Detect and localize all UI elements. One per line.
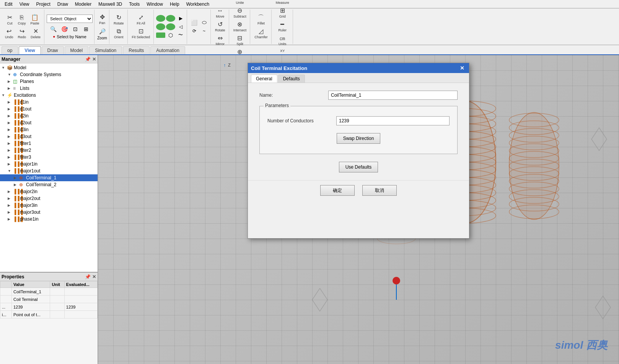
viewport[interactable]: Z ↑ bbox=[98, 55, 619, 364]
select-mode-dropdown[interactable]: Select: Object Select: Face Select: Edge bbox=[47, 15, 93, 23]
tree-item[interactable]: ▼⊕Coordinate Systems bbox=[0, 71, 98, 78]
tree-item[interactable]: ▶▐▐▐major2in bbox=[0, 188, 98, 195]
fit-all-button[interactable]: ⤢ Fit All bbox=[135, 13, 147, 26]
tree-item[interactable]: ▼⚡Excitations bbox=[0, 92, 98, 99]
tab-simulation[interactable]: Simulation bbox=[89, 46, 122, 54]
ruler-button[interactable]: ━ Ruler bbox=[276, 20, 288, 33]
menu-modeler[interactable]: Modeler bbox=[72, 1, 94, 8]
chamfer-button[interactable]: ◿ Chamfer bbox=[252, 27, 270, 40]
paste-button[interactable]: 📋 Paste bbox=[29, 13, 41, 26]
delete-button[interactable]: ✕ Delete bbox=[29, 27, 42, 40]
intersect-button[interactable]: ⊗ Intersect bbox=[231, 20, 249, 33]
select-icon-1[interactable]: 🔍 bbox=[49, 25, 58, 33]
cut-button[interactable]: ✂ Cut bbox=[5, 13, 15, 26]
tree-item[interactable]: ▶▐▐▐d3out bbox=[0, 133, 98, 140]
mirror-button[interactable]: ⇔ Mirror bbox=[214, 34, 227, 47]
tree-item[interactable]: ▶▐▐▐major1in bbox=[0, 161, 98, 167]
shape-3[interactable]: ▶ bbox=[176, 15, 185, 22]
table-row[interactable]: ... 1239 1239 bbox=[0, 303, 98, 311]
subtract-button[interactable]: ⊖ Subtract bbox=[231, 6, 248, 20]
tree-item[interactable]: ▶▐▐▐major2out bbox=[0, 195, 98, 202]
tab-results[interactable]: Results bbox=[123, 46, 150, 54]
unite-button[interactable]: ⊔ Unite bbox=[234, 0, 246, 6]
rotate-button[interactable]: ↻ Rotate bbox=[112, 13, 126, 26]
redo-button[interactable]: ↪ Redo bbox=[16, 27, 28, 40]
3d-cyl[interactable]: ⬭ bbox=[200, 19, 209, 26]
tree-item[interactable]: ▶▐▐▐d2in bbox=[0, 112, 98, 119]
menu-edit[interactable]: Edit bbox=[2, 1, 16, 8]
menu-draw[interactable]: Draw bbox=[54, 1, 71, 8]
shape-6[interactable]: ◁ bbox=[176, 23, 185, 31]
select-icon-2[interactable]: 🎯 bbox=[60, 25, 69, 33]
dialog-close-button[interactable]: ✕ bbox=[458, 64, 466, 72]
fillet-button[interactable]: ⌒ Fillet bbox=[256, 13, 267, 26]
move-button[interactable]: ↔ Move bbox=[214, 6, 226, 20]
tree-item[interactable]: ▶▐▐▐filter1 bbox=[0, 140, 98, 147]
fit-selected-button[interactable]: ⊡ Fit Selected bbox=[130, 27, 152, 40]
ok-button[interactable]: 确定 bbox=[320, 185, 355, 196]
split-button[interactable]: ⊟ Split bbox=[235, 34, 245, 47]
menu-maxwell3d[interactable]: Maxwell 3D bbox=[95, 1, 125, 8]
menu-help[interactable]: Help bbox=[167, 1, 182, 8]
grid-button[interactable]: ⊞ Grid bbox=[277, 6, 288, 20]
dialog-tab-general[interactable]: General bbox=[251, 75, 277, 83]
tree-item[interactable]: ▼▐▐▐major1out bbox=[0, 167, 98, 174]
shape-1[interactable] bbox=[156, 15, 165, 22]
tree-item[interactable]: ▶▐▐▐d1in bbox=[0, 99, 98, 106]
tree-item[interactable]: ▶≡Lists bbox=[0, 85, 98, 92]
table-row[interactable]: Coil Terminal bbox=[0, 296, 98, 303]
tab-model[interactable]: Model bbox=[65, 46, 89, 54]
name-input[interactable] bbox=[328, 91, 458, 100]
table-row[interactable]: CoilTerminal_1 bbox=[0, 288, 98, 296]
tree-item[interactable]: ▶▐▐▐d2out bbox=[0, 119, 98, 126]
tree-item[interactable]: ▼📦Model bbox=[0, 64, 98, 71]
swap-direction-button[interactable]: Swap Direction bbox=[337, 133, 381, 144]
select-by-name-label[interactable]: Select by Name bbox=[57, 34, 86, 39]
shape-4[interactable] bbox=[156, 23, 165, 30]
shape-box[interactable] bbox=[156, 32, 165, 38]
undo-button[interactable]: ↩ Undo bbox=[3, 27, 15, 40]
tab-draw[interactable]: Draw bbox=[42, 46, 64, 54]
use-defaults-button[interactable]: Use Defaults bbox=[339, 162, 378, 172]
tree-item[interactable]: ▶▐▐▐d3in bbox=[0, 126, 98, 133]
cancel-button[interactable]: 取消 bbox=[362, 185, 397, 196]
3d-path[interactable]: ~ bbox=[200, 27, 209, 35]
tree-item[interactable]: ▶◫Planes bbox=[0, 78, 98, 85]
tree-item[interactable]: ▶⊕CoilTerminal_2 bbox=[0, 181, 98, 188]
pan-button[interactable]: ✥ Pan bbox=[97, 13, 108, 26]
select-icon-3[interactable]: ⊡ bbox=[71, 25, 80, 33]
tree-item[interactable]: ▶▐▐▐major3in bbox=[0, 202, 98, 209]
shape-2[interactable] bbox=[166, 15, 175, 22]
conductors-input[interactable] bbox=[336, 116, 450, 125]
menu-view[interactable]: View bbox=[16, 1, 33, 8]
menu-window[interactable]: Window bbox=[143, 1, 166, 8]
tree-item[interactable]: ▶▐▐▐filter3 bbox=[0, 154, 98, 161]
manager-close-icon[interactable]: ✕ bbox=[92, 57, 96, 62]
orient-button[interactable]: ⧉ Orient bbox=[112, 27, 125, 40]
props-close-icon[interactable]: ✕ bbox=[92, 274, 96, 280]
manager-pin-icon[interactable]: 📌 bbox=[85, 57, 91, 62]
props-pin-icon[interactable]: 📌 bbox=[85, 274, 91, 280]
shape-5[interactable] bbox=[166, 23, 175, 30]
dialog-tab-defaults[interactable]: Defaults bbox=[278, 75, 305, 83]
tab-op[interactable]: op bbox=[2, 46, 18, 54]
tree-item[interactable]: ▶▐▐▐d1out bbox=[0, 106, 98, 112]
menu-tools[interactable]: Tools bbox=[126, 1, 143, 8]
tab-view[interactable]: View bbox=[19, 46, 41, 54]
tree-item[interactable]: ▶▐▐▐major3out bbox=[0, 209, 98, 216]
tab-automation[interactable]: Automation bbox=[150, 46, 185, 54]
copy-button[interactable]: ⎘ Copy bbox=[16, 13, 28, 26]
select-icon-4[interactable]: ⊞ bbox=[81, 25, 91, 33]
menu-project[interactable]: Project bbox=[33, 1, 53, 8]
tree-item[interactable]: ▶▐▐▐phase1in bbox=[0, 216, 98, 223]
menu-workbench[interactable]: Workbench bbox=[183, 1, 212, 8]
zoom-button[interactable]: 🔎 bbox=[98, 28, 107, 35]
3d-box[interactable]: ⬜ bbox=[189, 19, 199, 26]
table-row[interactable]: i... Point out of t... bbox=[0, 311, 98, 318]
shape-curve[interactable]: 〜 bbox=[176, 31, 185, 39]
tree-item[interactable]: ▶▐▐▐filter2 bbox=[0, 147, 98, 154]
units-button[interactable]: ㎝ Units bbox=[277, 34, 288, 47]
xy-button[interactable]: XY bbox=[277, 48, 288, 54]
measure-button[interactable]: 📏 Measure bbox=[274, 0, 291, 6]
rotate-obj-button[interactable]: ↺ Rotate bbox=[213, 20, 227, 33]
